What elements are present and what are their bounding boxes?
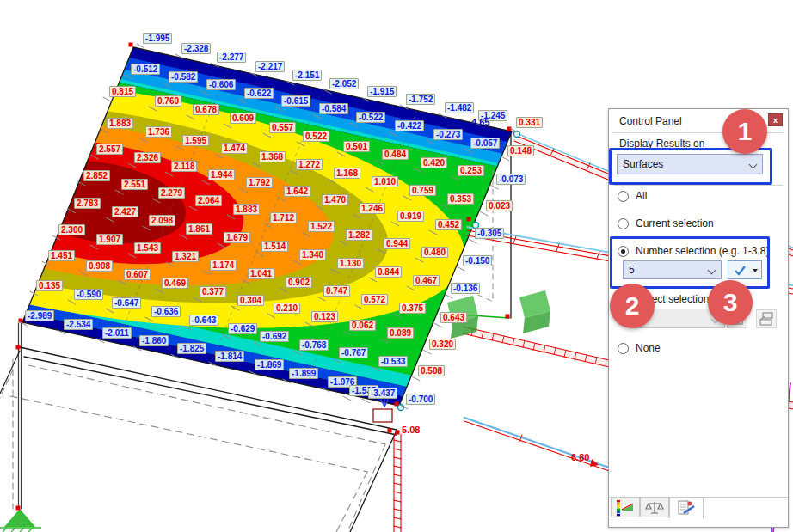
number-selection-value: 5 — [629, 264, 635, 276]
chevron-down-icon — [708, 266, 716, 275]
panel-title: Control Panel — [619, 115, 682, 127]
app-window: -1.995-2.328-2.277-2.217-2.151-2.052-1.9… — [0, 0, 793, 532]
annotation-callout-3: 3 — [708, 280, 753, 325]
panel-edit-icon — [676, 499, 697, 517]
checkmark-icon — [732, 262, 749, 279]
radio-current-selection[interactable] — [618, 218, 629, 229]
apply-selection-button[interactable] — [728, 260, 762, 279]
results-target-dropdown[interactable]: Surfaces — [617, 154, 763, 174]
radio-number-selection[interactable] — [618, 246, 629, 257]
close-icon[interactable]: x — [768, 113, 783, 126]
results-target-value: Surfaces — [623, 158, 663, 170]
annotation-callout-1: 1 — [722, 109, 767, 154]
chevron-down-icon — [749, 161, 758, 169]
radio-current-selection-label: Current selection — [636, 217, 714, 229]
radio-all-label: All — [636, 190, 647, 202]
color-scale-icon — [615, 499, 636, 517]
radio-all[interactable] — [618, 191, 629, 202]
radio-number-selection-label: Number selection (e.g. 1-3,8) — [636, 245, 769, 257]
display-results-on-label: Display Results on — [619, 138, 704, 150]
select-objects-icon — [757, 310, 776, 327]
annotation-callout-2: 2 — [610, 284, 655, 328]
radio-none-label: None — [636, 342, 661, 354]
caret-down-icon — [753, 269, 758, 272]
radio-none[interactable] — [618, 343, 629, 354]
panel-tab-bar — [609, 497, 788, 519]
select-multiple-objects-button — [756, 309, 777, 328]
number-selection-dropdown[interactable]: 5 — [623, 260, 722, 279]
result-surface — [0, 32, 512, 406]
support-blocks — [447, 290, 550, 339]
balance-scales-icon — [644, 499, 665, 517]
separator — [613, 185, 784, 186]
support-left — [0, 509, 41, 532]
tab-color-scale[interactable] — [611, 498, 640, 517]
tab-scales[interactable] — [640, 498, 669, 517]
tab-display-settings[interactable] — [669, 497, 704, 518]
